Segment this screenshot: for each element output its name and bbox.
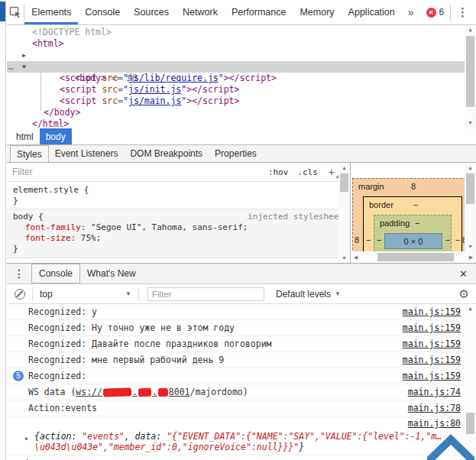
rule-selector[interactable]: body (13, 212, 34, 222)
background-window-sliver (0, 0, 6, 460)
tree-line-doctype[interactable]: <!DOCTYPE html> (7, 27, 476, 38)
css-property[interactable]: font-family: "Segoe UI", Tahoma, sans-se… (13, 222, 344, 233)
box-model-scrollbar[interactable]: ▲ ▼ (465, 163, 476, 251)
repeat-count-badge: 5 (13, 371, 24, 381)
inspect-element-button[interactable] (7, 0, 24, 24)
tree-line-script-2[interactable]: <script src="js/init.js"></script> (7, 84, 476, 96)
scrollbar-thumb[interactable] (377, 253, 454, 261)
console-filter-input[interactable] (147, 287, 264, 301)
scrollbar-thumb[interactable] (466, 173, 474, 204)
margin-left-value[interactable]: 8 (355, 235, 359, 245)
log-levels-select[interactable]: Default levels ▼ (276, 289, 341, 300)
padding-top-value[interactable]: − (415, 219, 419, 228)
border-left-value[interactable]: − (366, 235, 371, 245)
tab-dom-breakpoints[interactable]: DOM Breakpoints (124, 145, 209, 162)
tab-event-listeners[interactable]: Event Listeners (49, 145, 125, 162)
scroll-down-icon[interactable]: ▼ (465, 241, 476, 251)
toggle-class-button[interactable]: .cls (297, 167, 318, 177)
more-tabs-chevron-icon[interactable]: » (402, 6, 420, 18)
tab-elements[interactable]: Elements (24, 0, 78, 24)
panel-tabs: Elements Console Sources Network Perform… (24, 0, 402, 24)
elements-scrollbar[interactable]: ▲ ▼ (465, 25, 476, 128)
scroll-up-icon[interactable]: ▲ (338, 163, 350, 173)
execution-context-select[interactable]: top ▼ (33, 289, 138, 300)
scroll-left-icon[interactable]: ◀ (351, 251, 361, 263)
css-property[interactable]: font-size: 75%; (13, 233, 344, 244)
border-top-value[interactable]: − (413, 200, 418, 209)
padding-left-value[interactable]: − (377, 235, 381, 245)
tab-network[interactable]: Network (176, 0, 225, 24)
tab-performance[interactable]: Performance (225, 0, 293, 24)
expand-triangle-icon[interactable]: ▶ (25, 433, 28, 444)
tree-line-head[interactable]: ▶<head>…</head> (7, 50, 476, 61)
clear-console-icon[interactable] (15, 289, 25, 300)
object-preview[interactable]: ▶{action: "events", data: "{"EVENT_DATA"… (7, 429, 476, 455)
scroll-down-icon[interactable]: ▼ (465, 118, 476, 128)
toggle-hover-state-button[interactable]: :hov (268, 167, 289, 177)
drawer-tab-console[interactable]: Console (31, 264, 80, 283)
styles-filter-input[interactable] (12, 167, 127, 177)
tab-sources[interactable]: Sources (127, 0, 176, 24)
breadcrumb-html[interactable]: html (10, 128, 40, 144)
source-link[interactable]: main.js:159 (395, 339, 461, 349)
console-prompt[interactable]: > (7, 455, 476, 460)
source-link[interactable]: main.js:159 (395, 322, 461, 333)
console-settings-gear-icon[interactable]: ⚙ (459, 287, 469, 301)
rule-selector[interactable]: element.style (13, 185, 79, 195)
box-model-hscrollbar[interactable]: ◀ ▶ (351, 251, 476, 263)
tree-line-html-close[interactable]: </html> (7, 118, 476, 128)
scroll-up-icon[interactable]: ▲ (465, 25, 476, 35)
styles-section: :hov .cls + element.style { } body {inje… (7, 163, 476, 263)
tree-line-html-open[interactable]: <html> (7, 38, 476, 50)
tab-application[interactable]: Application (342, 0, 402, 24)
dom-breadcrumbs: html body (7, 128, 476, 145)
drawer-tab-whats-new[interactable]: What's New (80, 264, 143, 283)
gutter-dots: … (8, 61, 14, 73)
source-link[interactable]: main.js:80 (400, 418, 461, 429)
source-link[interactable]: main.js:159 (395, 355, 461, 365)
rule-element-style[interactable]: element.style { } (7, 182, 350, 209)
box-model-diagram: 0 × 0 margin 8 border − padding − 8 − − … (351, 163, 465, 251)
context-value: top (40, 289, 53, 300)
padding-right-value[interactable]: − (445, 235, 450, 245)
expand-triangle-icon[interactable]: ▶ (22, 50, 26, 61)
tab-styles[interactable]: Styles (10, 145, 49, 162)
new-style-rule-button[interactable]: + (329, 166, 335, 178)
script-src-link[interactable]: js/main.js (128, 96, 181, 106)
devtools-menu-icon[interactable]: ⋮ (451, 5, 476, 19)
scrollbar-thumb[interactable] (340, 173, 348, 192)
scroll-right-icon[interactable]: ▶ (466, 251, 476, 263)
margin-top-value[interactable]: 8 (411, 182, 416, 191)
box-model-content[interactable]: 0 × 0 (384, 233, 442, 249)
script-src-link[interactable]: js/init.js (128, 84, 181, 95)
redaction-scribble (158, 388, 168, 397)
style-rules: element.style { } body {injected stylesh… (7, 182, 350, 258)
script-src-link[interactable]: js/lib/require.js (128, 73, 219, 83)
error-counter[interactable]: ✕ 6 (420, 7, 451, 18)
border-right-value[interactable]: − (455, 235, 460, 245)
source-link[interactable]: main.js:74 (400, 387, 461, 397)
styles-scrollbar[interactable]: ▲ ▼ (338, 163, 350, 263)
rule-body-injected[interactable]: body {injected stylesheet font-family: "… (7, 209, 350, 258)
scroll-down-icon[interactable]: ▼ (338, 253, 350, 263)
tab-console[interactable]: Console (78, 0, 127, 24)
tab-memory[interactable]: Memory (293, 0, 341, 24)
close-drawer-icon[interactable]: ✕ (451, 264, 476, 283)
majordomo-logo (427, 429, 474, 460)
collapse-triangle-icon[interactable]: ▼ (22, 61, 26, 73)
source-link[interactable]: main.js:78 (400, 403, 461, 413)
border-label: border (369, 200, 393, 209)
scroll-up-icon[interactable]: ▲ (465, 163, 476, 173)
tree-line-script-3[interactable]: <script src="js/main.js"></script> (7, 96, 476, 107)
tree-line-body-selected[interactable]: …▼<body>== $0 (7, 61, 465, 73)
breadcrumb-body-selected[interactable]: body (40, 128, 72, 144)
drawer-menu-icon[interactable]: ⋮ (7, 264, 31, 283)
source-link[interactable]: main.js:159 (395, 371, 461, 381)
websocket-link[interactable]: ws://..8001 (76, 387, 189, 397)
tree-line-body-close[interactable]: </body> (7, 107, 476, 118)
scroll-up-icon[interactable]: ▲ (465, 304, 476, 314)
scrollbar-thumb[interactable] (466, 36, 474, 107)
tab-properties[interactable]: Properties (209, 145, 263, 162)
tree-line-script-1[interactable]: <script src="js/lib/require.js"></script… (7, 73, 476, 84)
source-link[interactable]: main.js:159 (395, 306, 461, 317)
